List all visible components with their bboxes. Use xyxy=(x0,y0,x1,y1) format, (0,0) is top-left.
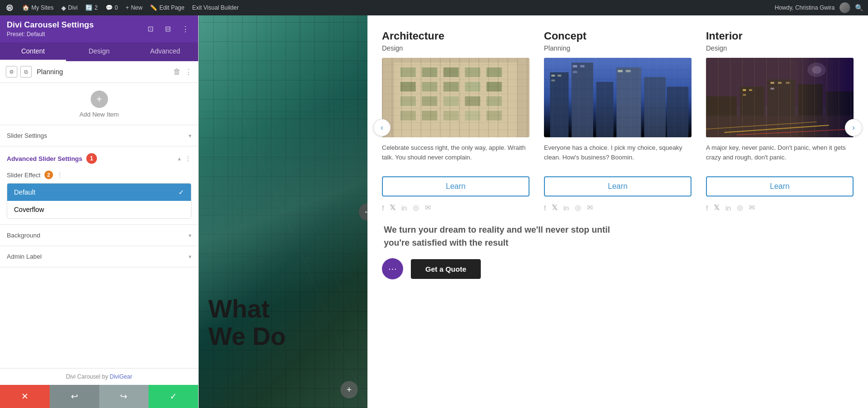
linkedin-icon-1[interactable]: in xyxy=(563,204,569,212)
facebook-icon-1[interactable]: f xyxy=(544,204,546,212)
email-icon-2[interactable]: ✉ xyxy=(749,203,755,212)
svg-rect-45 xyxy=(551,79,555,81)
svg-rect-38 xyxy=(571,63,593,137)
svg-rect-21 xyxy=(422,82,437,92)
twitter-icon-0[interactable]: 𝕏 xyxy=(390,203,395,212)
slider-effect-section: Slider Effect 2 ⋮ Default ✓ Coverflow xyxy=(0,171,198,224)
linkedin-icon-2[interactable]: in xyxy=(725,204,731,212)
carousel-prev-btn[interactable]: ‹ xyxy=(373,119,391,136)
cancel-button[interactable]: ✕ xyxy=(0,385,50,408)
bottom-tagline: We turn your dream to reality and we'll … xyxy=(382,224,623,250)
comments-menu[interactable]: 💬 0 xyxy=(106,4,118,11)
card-1-description: Everyone has a choice. I pick my choice,… xyxy=(544,143,692,170)
add-new-item-btn[interactable]: + Add New Item xyxy=(0,83,198,125)
slider-settings-header[interactable]: Slider Settings ▾ xyxy=(0,125,198,146)
card-1-social: f 𝕏 in ◎ ✉ xyxy=(544,203,692,212)
instagram-icon-0[interactable]: ◎ xyxy=(413,203,419,212)
carousel-next-btn[interactable]: › xyxy=(845,119,862,136)
card-0-subcategory: Design xyxy=(382,44,529,52)
divi-icon: ◆ xyxy=(61,4,66,12)
updates-menu[interactable]: 🔄 2 xyxy=(85,4,98,11)
svg-rect-37 xyxy=(550,72,569,137)
card-0-learn-btn[interactable]: Learn xyxy=(382,176,529,197)
redo-button[interactable]: ↪ xyxy=(99,385,149,408)
card-0-description: Celebrate success right, the only way, a… xyxy=(382,143,529,170)
advanced-slider-header[interactable]: Advanced Slider Settings 1 ▴ ⋮ xyxy=(0,146,198,171)
dropdown-option-coverflow[interactable]: Coverflow xyxy=(7,201,191,218)
columns-icon[interactable]: ⊟ xyxy=(162,23,174,35)
svg-rect-67 xyxy=(786,82,790,84)
more-options-icon[interactable]: ⋮ xyxy=(179,23,191,35)
slider-effect-more-icon[interactable]: ⋮ xyxy=(57,171,63,178)
new-menu[interactable]: + New xyxy=(125,4,142,11)
twitter-icon-2[interactable]: 𝕏 xyxy=(714,203,719,212)
sidebar: Divi Carousel Settings Preset: Default ⊡… xyxy=(0,15,199,408)
card-2-image xyxy=(706,58,854,137)
copy-icon[interactable]: ⧉ xyxy=(20,66,32,78)
slider-settings-left: Slider Settings xyxy=(7,132,47,139)
tab-content[interactable]: Content xyxy=(0,42,66,61)
svg-rect-54 xyxy=(740,87,764,137)
more-icon[interactable]: ⋮ xyxy=(185,67,192,77)
dots-menu-btn[interactable]: ⋯ xyxy=(382,258,403,279)
wp-logo-icon[interactable]: W xyxy=(5,3,14,13)
undo-button[interactable]: ↩ xyxy=(50,385,99,408)
svg-line-61 xyxy=(737,129,854,135)
svg-rect-65 xyxy=(771,82,774,84)
trash-icon[interactable]: 🗑 xyxy=(173,67,181,76)
svg-rect-39 xyxy=(596,82,613,137)
background-header[interactable]: Background ▾ xyxy=(0,225,198,246)
svg-line-60 xyxy=(706,122,817,129)
confirm-button[interactable]: ✓ xyxy=(149,385,198,408)
svg-rect-31 xyxy=(422,111,437,120)
card-2-learn-btn[interactable]: Learn xyxy=(706,176,854,197)
main-content: What We Do + ↔ ‹ Architecture Design xyxy=(199,15,868,408)
card-1-image xyxy=(544,58,692,137)
instagram-icon-2[interactable]: ◎ xyxy=(737,203,743,212)
sidebar-preset[interactable]: Preset: Default xyxy=(7,31,94,38)
pencil-icon: ✏️ xyxy=(150,4,157,11)
divigear-link[interactable]: DiviGear xyxy=(110,373,133,380)
svg-rect-41 xyxy=(644,77,666,137)
kebab-icon[interactable]: ⋮ xyxy=(185,155,191,162)
fullscreen-icon[interactable]: ⊡ xyxy=(144,23,157,35)
badge-1: 1 xyxy=(86,153,97,164)
facebook-icon-0[interactable]: f xyxy=(382,204,384,212)
carousel-cards: ‹ Architecture Design xyxy=(382,30,854,212)
linkedin-icon-0[interactable]: in xyxy=(401,204,407,212)
svg-rect-44 xyxy=(557,75,561,77)
card-0-image xyxy=(382,58,529,137)
admin-label-header[interactable]: Admin Label ▾ xyxy=(0,246,198,267)
planning-label: Planning xyxy=(37,68,63,76)
email-icon-1[interactable]: ✉ xyxy=(587,203,593,212)
edit-page-btn[interactable]: ✏️ Edit Page xyxy=(150,4,184,11)
email-icon-0[interactable]: ✉ xyxy=(425,203,431,212)
svg-rect-68 xyxy=(771,88,774,90)
exit-visual-builder-btn[interactable]: Exit Visual Builder xyxy=(192,4,239,11)
sidebar-header: Divi Carousel Settings Preset: Default ⊡… xyxy=(0,15,198,42)
image-add-btn[interactable]: + xyxy=(340,381,358,398)
search-icon[interactable]: 🔍 xyxy=(855,4,863,12)
card-1-learn-btn[interactable]: Learn xyxy=(544,176,692,197)
cta-button[interactable]: Get a Quote xyxy=(411,259,481,279)
carousel-card-2: Interior Design xyxy=(706,30,854,212)
slider-effect-label-row: Slider Effect 2 ⋮ xyxy=(7,171,191,179)
twitter-icon-1[interactable]: 𝕏 xyxy=(552,203,557,212)
page-preview: What We Do + ↔ ‹ Architecture Design xyxy=(199,15,868,408)
slider-effect-dropdown: Default ✓ Coverflow xyxy=(7,183,191,219)
svg-rect-40 xyxy=(616,67,641,137)
background-section: Background ▾ xyxy=(0,225,198,246)
card-2-social: f 𝕏 in ◎ ✉ xyxy=(706,203,854,212)
svg-rect-52 xyxy=(706,58,854,106)
tab-advanced[interactable]: Advanced xyxy=(132,42,198,61)
divi-menu[interactable]: ◆ Divi xyxy=(61,4,78,12)
user-avatar[interactable] xyxy=(840,2,850,13)
settings-icon[interactable]: ⚙ xyxy=(6,66,17,78)
instagram-icon-1[interactable]: ◎ xyxy=(575,203,581,212)
facebook-icon-2[interactable]: f xyxy=(706,204,708,212)
svg-rect-34 xyxy=(487,111,502,120)
dropdown-option-default[interactable]: Default ✓ xyxy=(7,184,191,201)
my-sites-menu[interactable]: 🏠 My Sites xyxy=(22,4,54,11)
tab-design[interactable]: Design xyxy=(66,42,132,61)
svg-rect-29 xyxy=(487,96,502,106)
